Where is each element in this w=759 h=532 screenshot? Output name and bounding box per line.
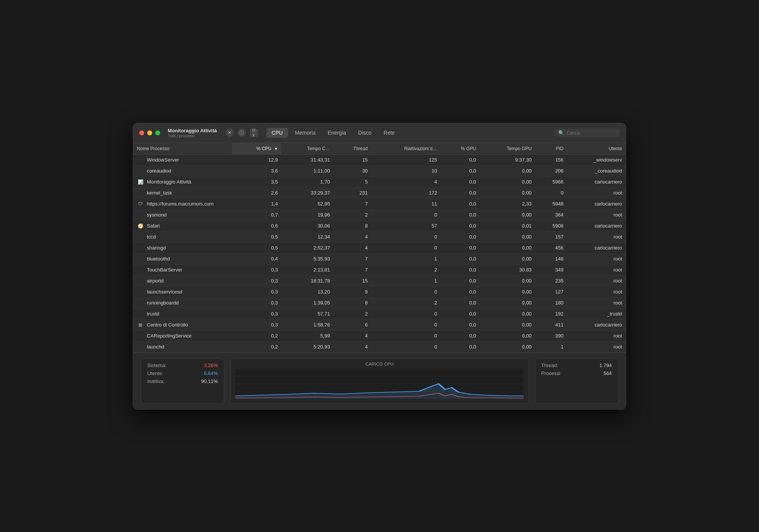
- window-subtitle: Tutti i processi: [168, 133, 217, 138]
- cell-user: _coreaudiod: [567, 165, 626, 176]
- tab-rete[interactable]: Rete: [378, 128, 400, 138]
- stop-icon-button[interactable]: ✕: [225, 129, 234, 137]
- tab-energia[interactable]: Energia: [323, 128, 351, 138]
- inattiva-label: Inattiva:: [147, 378, 165, 384]
- cell-user: root: [567, 187, 626, 198]
- table-row[interactable]: coreaudiod3,61:11,0030100,00,00206_corea…: [133, 165, 626, 176]
- cell-gpu-time: 0,00: [480, 286, 535, 297]
- table-row[interactable]: launchservicesd0,313,20900,00,00127root: [133, 286, 626, 297]
- table-row[interactable]: bluetoothd0,45:35,93710,00,00148root: [133, 253, 626, 264]
- table-row[interactable]: airportd0,318:31,781510,00,00235root: [133, 275, 626, 286]
- table-row[interactable]: kernel_task2,633:29,372311720,00,000root: [133, 187, 626, 198]
- cell-name: bluetoothd: [133, 253, 232, 264]
- minimize-button[interactable]: [147, 130, 152, 135]
- cell-threads: 15: [334, 154, 371, 165]
- cell-user: root: [567, 253, 626, 264]
- utente-label: Utente:: [147, 370, 163, 376]
- cell-user: carlocarriero: [567, 242, 626, 253]
- table-row[interactable]: sharingd0,52:52,37400,00,00456carlocarri…: [133, 242, 626, 253]
- cell-user: _trustd: [567, 308, 626, 319]
- cell-wakeups: 0: [372, 341, 441, 352]
- cell-gpu: 0,0: [441, 319, 480, 330]
- cell-threads: 4: [334, 341, 371, 352]
- cell-pid: 148: [535, 253, 567, 264]
- cell-name: 🛡https://forums.macrumors.com: [133, 198, 232, 209]
- search-bar[interactable]: 🔍: [554, 129, 620, 137]
- table-row[interactable]: trustd0,357,71200,00,00192_trustd: [133, 308, 626, 319]
- cell-cpu: 0,3: [232, 297, 282, 308]
- sistema-label: Sistema:: [147, 363, 167, 368]
- cell-gpu-time: 30,83: [480, 264, 535, 275]
- cell-user: root: [567, 341, 626, 352]
- table-row[interactable]: ⊞Centro di Controllo0,31:58,76600,00,004…: [133, 319, 626, 330]
- table-row[interactable]: 🛡https://forums.macrumors.com1,452,95711…: [133, 198, 626, 209]
- cell-gpu: 0,0: [441, 330, 480, 341]
- col-header-pid[interactable]: PID: [535, 143, 567, 155]
- cell-user: carlocarriero: [567, 198, 626, 209]
- cell-user: root: [567, 297, 626, 308]
- tab-memoria[interactable]: Memoria: [290, 128, 321, 138]
- cell-cpu: 1,4: [232, 198, 282, 209]
- col-header-gpu-time[interactable]: Tempo GPU: [480, 143, 535, 155]
- cell-time: 1:39,05: [282, 297, 334, 308]
- cell-gpu: 0,0: [441, 308, 480, 319]
- thread-stats-box: Thread: 1.794 Processi: 564: [535, 358, 618, 404]
- cell-gpu-time: 9:37,30: [480, 154, 535, 165]
- table-row[interactable]: sysmond0,719,96200,00,00364root: [133, 209, 626, 220]
- cell-wakeups: 1: [372, 275, 441, 286]
- tab-disco[interactable]: Disco: [353, 128, 377, 138]
- cell-gpu-time: 0,00: [480, 209, 535, 220]
- col-header-cpu[interactable]: % CPU ▼: [232, 143, 282, 155]
- table-row[interactable]: 📊Monitoraggio Attività3,51,70540,00,0059…: [133, 176, 626, 187]
- table-row[interactable]: 🧭Safari0,630,068570,00,015908carlocarrie…: [133, 220, 626, 231]
- table-row[interactable]: CAReportingService0,25,99400,00,00390roo…: [133, 330, 626, 341]
- close-button[interactable]: [139, 130, 144, 135]
- thread-label: Thread:: [541, 363, 558, 368]
- view-icon-button[interactable]: ⊙ ∨: [250, 129, 258, 137]
- cell-threads: 8: [334, 297, 371, 308]
- table-header-row: Nome Processo % CPU ▼ Tempo C… Thread Ri…: [133, 143, 626, 155]
- thread-value: 1.794: [599, 363, 612, 368]
- utente-value: 6,64%: [204, 370, 218, 376]
- cell-gpu: 0,0: [441, 231, 480, 242]
- cell-pid: 390: [535, 330, 567, 341]
- cell-gpu-time: 0,00: [480, 253, 535, 264]
- cell-user: root: [567, 264, 626, 275]
- table-row[interactable]: runningboardd0,31:39,05820,00,00180root: [133, 297, 626, 308]
- info-icon-button[interactable]: ⓘ: [238, 129, 246, 137]
- cell-gpu-time: 0,00: [480, 341, 535, 352]
- col-header-name[interactable]: Nome Processo: [133, 143, 232, 155]
- cell-name: runningboardd: [133, 297, 232, 308]
- col-header-time[interactable]: Tempo C…: [282, 143, 334, 155]
- col-header-wakeups[interactable]: Riattivazioni d…: [372, 143, 441, 155]
- cell-name: TouchBarServer: [133, 264, 232, 275]
- cell-name: sysmond: [133, 209, 232, 220]
- cell-wakeups: 4: [372, 176, 441, 187]
- cell-time: 33:29,37: [282, 187, 334, 198]
- table-row[interactable]: tccd0,512,34400,00,00157root: [133, 231, 626, 242]
- process-name: WindowServer: [147, 157, 179, 163]
- cell-cpu: 0,3: [232, 264, 282, 275]
- cell-gpu-time: 0,00: [480, 165, 535, 176]
- cell-cpu: 3,6: [232, 165, 282, 176]
- maximize-button[interactable]: [155, 130, 160, 135]
- tab-cpu[interactable]: CPU: [266, 128, 288, 138]
- search-input[interactable]: [567, 130, 616, 136]
- cell-gpu-time: 0,00: [480, 231, 535, 242]
- cpu-chart: [235, 369, 524, 400]
- table-row[interactable]: TouchBarServer0,32:13,81720,030,83349roo…: [133, 264, 626, 275]
- cell-name: 📊Monitoraggio Attività: [133, 176, 232, 187]
- cell-wakeups: 0: [372, 308, 441, 319]
- table-row[interactable]: WindowServer12,931:43,31151250,09:37,301…: [133, 154, 626, 165]
- col-header-gpu[interactable]: % GPU: [441, 143, 480, 155]
- process-name: CAReportingService: [147, 333, 192, 339]
- cell-gpu: 0,0: [441, 187, 480, 198]
- cell-pid: 0: [535, 187, 567, 198]
- search-icon: 🔍: [558, 130, 564, 136]
- col-header-threads[interactable]: Thread: [334, 143, 371, 155]
- col-header-user[interactable]: Utente: [567, 143, 626, 155]
- table-row[interactable]: launchd0,25:20,93400,00,001root: [133, 341, 626, 352]
- cell-cpu: 0,6: [232, 220, 282, 231]
- cell-time: 19,96: [282, 209, 334, 220]
- cell-threads: 7: [334, 264, 371, 275]
